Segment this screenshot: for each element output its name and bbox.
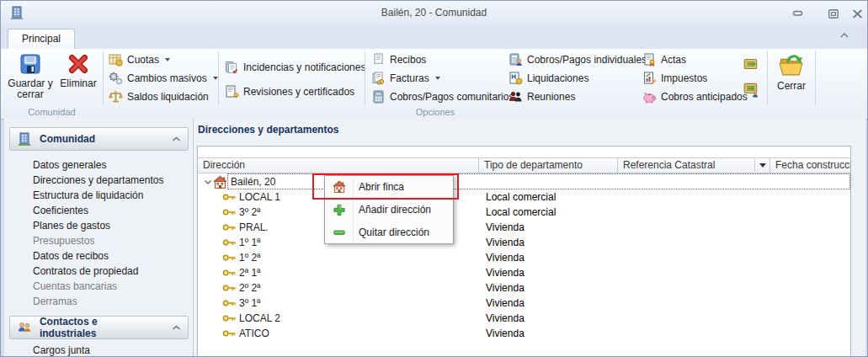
title-bar[interactable]: Bailén, 20 - Comunidad [1,1,867,26]
liquidaciones-button[interactable]: Liquidaciones [509,71,588,86]
key-icon [222,237,237,248]
menu-item-quitar-direccion[interactable]: Quitar dirección [325,221,453,243]
key-icon [222,253,237,263]
transfer-person-icon [743,81,759,98]
ribbon-separator [365,51,365,105]
sidebar-item-estructura-de-liquidacion[interactable]: Estructura de liquidación [33,188,143,203]
reuniones-icon [509,90,523,104]
liquidaciones-icon [509,72,523,85]
table-row-pral[interactable]: PRAL. Vivienda [199,220,849,235]
menu-item-anadir-direccion[interactable]: Añadir dirección [325,199,453,221]
expander-chevron-down-icon[interactable] [204,178,212,185]
minimize-icon [791,8,805,19]
group-label-opciones: Opciones [365,107,506,117]
key-icon [222,328,237,338]
restore-button[interactable] [826,8,841,19]
cobros-comunitarios-icon [371,90,386,104]
table-row-3-2[interactable]: 3º 2ª Local comercial [199,205,849,220]
sidebar-item-planes-de-gastos[interactable]: Planes de gastos [33,218,110,233]
sidebar-item-derramas[interactable]: Derramas [33,294,77,309]
comunidad-icon [17,131,32,147]
contactos-icon [17,320,32,335]
recibos-icon [371,53,386,67]
sidebar-section-title: Comunidad [40,133,95,145]
menu-item-abrir-finca[interactable]: Abrir finca [325,176,453,199]
restore-icon [828,8,839,19]
cambios-masivos-icon [109,72,123,85]
sidebar-item-cuentas-bancarias[interactable]: Cuentas bancarias [33,279,117,294]
revisiones-icon [225,85,239,99]
sidebar-item-presupuestos[interactable]: Presupuestos [33,233,94,248]
dropdown-arrow-icon [165,58,170,61]
table-row-atico[interactable]: ATICO Vivienda [199,326,849,341]
traspaso-button-1[interactable] [741,54,761,74]
table-row-2-1[interactable]: 2ª 1ª Vivienda [199,265,849,280]
sidebar-item-direcciones-y-departamentos[interactable]: Direcciones y departamentos [33,173,163,188]
incidencias-icon [225,61,239,74]
impuestos-icon [642,72,657,85]
tab-principal[interactable]: Principal [8,29,75,50]
sidebar-item-coeficientes[interactable]: Coeficientes [33,203,88,218]
impuestos-button[interactable]: Impuestos [642,71,707,86]
table-row-2-2[interactable]: 2º 2ª Vivienda [199,280,849,296]
cobros-pagos-individuales-button[interactable]: Cobros/Pagos individuales [509,52,647,67]
directions-panel: Dirección Tipo de departamento Referenci… [197,146,851,357]
dropdown-arrow-icon [213,77,218,80]
window-title: Bailén, 20 - Comunidad [1,7,867,19]
key-icon [222,192,237,202]
minimize-button[interactable] [791,8,806,19]
close-button[interactable] [849,8,865,19]
table-row-bailen-20[interactable]: Bailén, 20 [199,174,849,189]
table-row-1-1[interactable]: 1º 1ª Vivienda [199,235,849,250]
ribbon: Guardar y cerrar Eliminar Cuotas [1,49,867,120]
key-icon [222,222,237,232]
sidebar-item-datos-de-recibos[interactable]: Datos de recibos [33,248,109,264]
recibos-button[interactable]: Recibos [371,52,426,67]
close-icon [851,8,864,19]
dropdown-arrow-icon [759,163,766,168]
revisiones-button[interactable]: Revisiones y certificados [225,84,354,99]
cuotas-icon [109,53,123,67]
group-label-comunidad: Comunidad [1,107,103,117]
cobros-pagos-comunitarios-button[interactable]: Cobros/Pagos comunitarios [371,89,514,104]
sidebar-section-contactos[interactable]: Contactos e industriales [9,316,189,339]
sidebar-item-contratos-de-propiedad[interactable]: Contratos de propiedad [33,264,138,279]
transfer-icon [743,56,759,72]
eliminar-button[interactable]: Eliminar [56,51,100,106]
cambios-masivos-button[interactable]: Cambios masivos [109,71,218,86]
actas-icon [642,53,657,67]
column-header-referencia[interactable]: Referencia Catastral [618,157,770,173]
facturas-button[interactable]: Facturas [371,71,440,86]
actas-button[interactable]: Actas [642,52,686,67]
collapse-ribbon-button[interactable] [839,32,849,39]
dropdown-arrow-icon [435,77,440,80]
cobros-anticipados-button[interactable]: Cobros anticipados [642,89,748,104]
guardar-y-cerrar-button[interactable]: Guardar y cerrar [8,51,53,106]
reuniones-button[interactable]: Reuniones [509,89,575,104]
saldos-liquidacion-button[interactable]: Saldos liquidación [109,89,209,104]
key-icon [222,268,237,278]
context-menu: Abrir finca Añadir dirección Quitar dire… [324,175,454,244]
table-row-local-1[interactable]: LOCAL 1 Local comercial [199,189,849,205]
table-row-3-1[interactable]: 3º 1ª Vivienda [199,296,849,311]
cerrar-button[interactable]: Cerrar [770,51,812,106]
ribbon-separator [103,51,104,105]
referencia-filter-button[interactable] [754,159,769,172]
table-row-local-2[interactable]: LOCAL 2 Vivienda [199,311,849,326]
save-icon [19,52,42,76]
incidencias-button[interactable]: Incidencias y notificaciones [225,60,365,75]
column-header-fecha[interactable]: Fecha construcción [770,157,850,173]
sidebar-item-datos-generales[interactable]: Datos generales [33,157,106,173]
cuotas-button[interactable]: Cuotas [109,52,170,67]
table-row-1-2[interactable]: 1º 2ª Vivienda [199,250,849,265]
sidebar-item-cargos-junta[interactable]: Cargos junta [33,343,90,357]
cobros-individuales-icon [509,53,523,67]
column-header-tipo[interactable]: Tipo de departamento [479,157,618,173]
chevron-up-icon [839,32,849,39]
page-title: Direcciones y departamentos [198,124,338,136]
delete-icon [67,52,90,76]
column-header-direccion[interactable]: Dirección [198,157,479,173]
traspaso-button-2[interactable] [741,79,761,99]
ribbon-tab-strip: Principal [1,25,867,49]
sidebar-section-comunidad[interactable]: Comunidad [9,127,189,151]
